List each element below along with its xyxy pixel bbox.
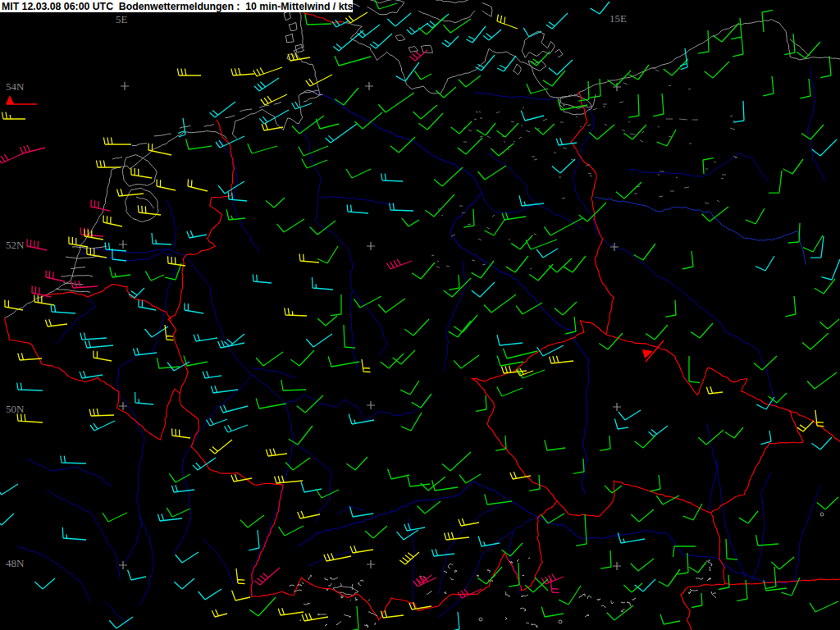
svg-text:54N: 54N: [6, 80, 25, 93]
svg-text:15E: 15E: [609, 12, 627, 25]
svg-text:50N: 50N: [6, 403, 25, 415]
svg-text:MIT 12.03.08 06:00 UTC Bodenw: MIT 12.03.08 06:00 UTC Bodenwettermeldun…: [2, 1, 354, 12]
svg-text:48N: 48N: [6, 557, 25, 569]
svg-text:52N: 52N: [6, 239, 25, 251]
svg-text:5E: 5E: [116, 13, 128, 25]
